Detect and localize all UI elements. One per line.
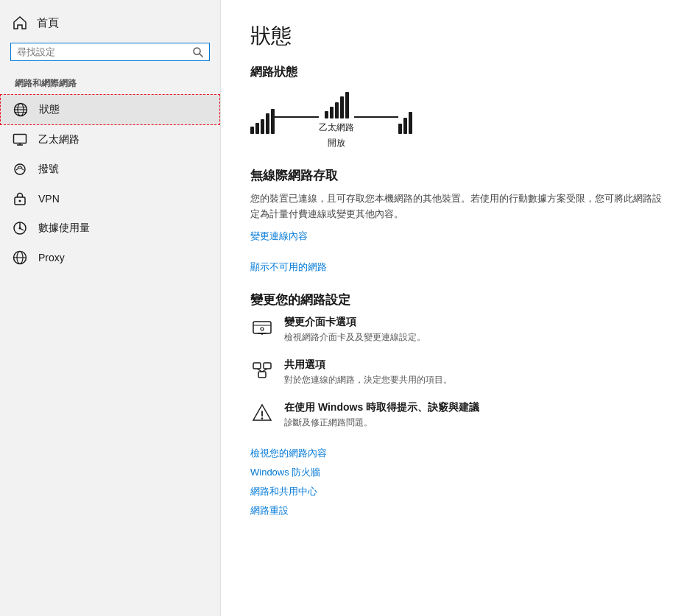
home-label: 首頁 [37,16,59,30]
sidebar-item-vpn[interactable]: VPN [0,184,220,213]
search-input[interactable] [17,46,193,57]
globe-icon-status [13,102,29,118]
connector-left [275,116,319,118]
sidebar-item-proxy[interactable]: Proxy [0,243,220,272]
home-icon [12,15,28,31]
sidebar-item-ethernet-label: 乙太網路 [38,133,80,146]
adapter-item-desc: 檢視網路介面卡及及變更連線設定。 [284,331,426,344]
svg-rect-23 [253,363,261,369]
change-settings-section: 變更您的網路設定 變更介面卡選項 檢視網路介面卡及及變更連線設定。 [250,291,666,429]
show-networks-link[interactable]: 顯示不可用的網路 [250,261,666,274]
sharing-item-text: 共用選項 對於您連線的網路，決定您要共用的項目。 [284,358,452,386]
network-reset-link[interactable]: 網路重設 [250,504,666,517]
sidebar-home-item[interactable]: 首頁 [0,7,220,38]
sharing-item-title: 共用選項 [284,358,452,372]
sidebar-item-status-label: 狀態 [39,103,60,116]
sidebar-item-data-usage[interactable]: 數據使用量 [0,213,220,243]
search-box [10,43,210,61]
internet-signal-icon [398,107,412,134]
internet-signal-node [398,107,412,134]
monitor-icon [12,132,28,148]
ethernet-label: 乙太網路 [319,121,354,134]
sidebar-item-status[interactable]: 狀態 [0,94,220,125]
sidebar-item-data-usage-label: 數據使用量 [38,222,90,235]
wireless-section-title: 無線際網路存取 [250,167,666,184]
svg-point-20 [261,328,264,330]
connector-right [354,116,398,118]
network-status-visual: 乙太網路 開放 [250,92,666,149]
adapter-item-title: 變更介面卡選項 [284,316,426,329]
troubleshoot-icon [250,401,274,425]
troubleshoot-item-title: 在使用 Windows 時取得提示、訣竅與建議 [284,401,479,414]
change-settings-title: 變更您的網路設定 [250,291,666,308]
sidebar-item-dialup[interactable]: 撥號 [0,155,220,184]
bottom-links: 檢視您的網路內容 Windows 防火牆 網路和共用中心 網路重設 [250,447,666,517]
proxy-icon [12,249,28,266]
sidebar-item-dialup-label: 撥號 [38,163,59,176]
page-title: 狀態 [250,22,666,50]
svg-rect-7 [14,135,27,144]
troubleshoot-item-desc: 診斷及修正網路問題。 [284,417,479,429]
view-network-content-link[interactable]: 檢視您的網路內容 [250,447,666,460]
network-sharing-center-link[interactable]: 網路和共用中心 [250,485,666,498]
sharing-settings-item: 共用選項 對於您連線的網路，決定您要共用的項目。 [250,358,666,386]
data-usage-icon [12,220,28,236]
sidebar-item-vpn-label: VPN [38,193,60,205]
sharing-icon [250,358,274,382]
svg-point-10 [15,164,25,174]
svg-rect-24 [264,363,271,369]
dialup-icon [12,161,28,177]
sidebar: 首頁 網路和網際網路 狀態 [0,0,221,616]
svg-point-29 [261,417,263,419]
ethernet-signal-icon [325,92,349,118]
troubleshoot-item-text: 在使用 Windows 時取得提示、訣竅與建議 診斷及修正網路問題。 [284,401,479,429]
device-signal-node [250,107,275,134]
svg-point-12 [19,200,21,202]
sidebar-item-ethernet[interactable]: 乙太網路 [0,125,220,155]
vpn-icon [12,191,28,207]
adapter-item-text: 變更介面卡選項 檢視網路介面卡及及變更連線設定。 [284,316,426,344]
main-content: 狀態 網路狀態 乙太網路 開放 [221,0,695,616]
sharing-item-desc: 對於您連線的網路，決定您要共用的項目。 [284,374,452,386]
svg-line-1 [200,54,202,57]
wireless-description: 您的裝置已連線，且可存取您本機網路的其他裝置。若使用的行動數據方案受限，您可將此… [250,191,666,222]
device-signal-icon [250,107,275,134]
change-connection-link[interactable]: 變更連線內容 [250,230,666,243]
adapter-icon [250,316,274,339]
sidebar-item-proxy-label: Proxy [38,252,65,263]
ethernet-sublabel: 開放 [328,137,345,149]
network-status-title: 網路狀態 [250,65,666,80]
search-icon [193,47,203,57]
ethernet-node: 乙太網路 開放 [319,92,354,149]
svg-point-14 [19,227,21,230]
svg-rect-25 [258,372,266,378]
adapter-settings-item: 變更介面卡選項 檢視網路介面卡及及變更連線設定。 [250,316,666,344]
windows-firewall-link[interactable]: Windows 防火牆 [250,466,666,479]
wireless-access-section: 無線際網路存取 您的裝置已連線，且可存取您本機網路的其他裝置。若使用的行動數據方… [250,167,666,274]
troubleshoot-settings-item: 在使用 Windows 時取得提示、訣竅與建議 診斷及修正網路問題。 [250,401,666,429]
sidebar-section-label: 網路和網際網路 [0,71,220,94]
